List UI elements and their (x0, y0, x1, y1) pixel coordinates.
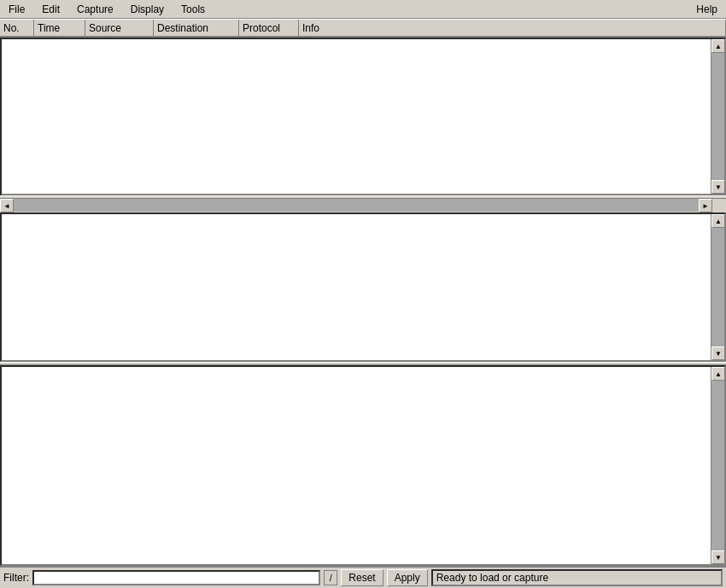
apply-button[interactable]: Apply (387, 569, 428, 586)
packet-bytes-pane[interactable]: ▲ ▼ (0, 365, 726, 566)
bytes-scroll-track-v[interactable] (711, 381, 724, 550)
col-header-no[interactable]: No. (0, 20, 34, 36)
menu-left: File Edit Capture Display Tools (3, 3, 210, 16)
packet-detail-pane[interactable]: ▲ ▼ (0, 212, 726, 362)
detail-up-arrow-icon: ▲ (715, 218, 722, 225)
menubar: File Edit Capture Display Tools Help (0, 0, 726, 19)
up-arrow-icon: ▲ (715, 43, 722, 50)
reset-button[interactable]: Reset (341, 569, 383, 586)
bytes-scroll-down-btn[interactable]: ▼ (711, 550, 725, 564)
menu-tools[interactable]: Tools (176, 3, 210, 16)
col-header-source[interactable]: Source (85, 20, 154, 36)
menu-edit[interactable]: Edit (37, 3, 65, 16)
hscroll-left-btn-list[interactable]: ◄ (0, 199, 14, 212)
status-bar: Ready to load or capture (431, 569, 723, 586)
detail-scroll-down-btn[interactable]: ▼ (711, 346, 725, 360)
col-header-protocol[interactable]: Protocol (239, 20, 299, 36)
filter-label: Filter: (3, 572, 29, 584)
detail-scroll-track-v[interactable] (711, 228, 724, 346)
detail-down-arrow-icon: ▼ (715, 350, 722, 358)
packet-bytes-scrollbar-v[interactable]: ▲ ▼ (711, 367, 724, 564)
packet-list-scrollbar-v[interactable]: ▲ ▼ (711, 39, 724, 194)
menu-capture[interactable]: Capture (72, 3, 119, 16)
bytes-up-arrow-icon: ▲ (715, 370, 722, 378)
hscroll-track-list[interactable] (14, 199, 699, 212)
packet-detail-scrollbar-v[interactable]: ▲ ▼ (711, 214, 724, 360)
column-headers: No. Time Source Destination Protocol Inf… (0, 19, 726, 38)
scroll-track-v[interactable] (711, 53, 724, 180)
filter-bar: Filter: / Reset Apply Ready to load or c… (0, 566, 726, 588)
detail-scroll-up-btn[interactable]: ▲ (711, 214, 725, 228)
main-content: ▲ ▼ ◄ ► ▲ ▼ (0, 38, 726, 566)
status-text: Ready to load or capture (436, 572, 548, 584)
scroll-up-btn[interactable]: ▲ (711, 39, 725, 53)
scroll-down-btn[interactable]: ▼ (711, 180, 725, 194)
right-arrow-icon: ► (702, 202, 709, 210)
bytes-down-arrow-icon: ▼ (715, 554, 722, 562)
menu-file[interactable]: File (3, 3, 30, 16)
filter-slash-btn[interactable]: / (324, 570, 337, 585)
col-header-info[interactable]: Info (299, 20, 726, 36)
menu-display[interactable]: Display (126, 3, 169, 16)
bytes-scroll-up-btn[interactable]: ▲ (711, 367, 725, 381)
down-arrow-icon: ▼ (715, 183, 722, 191)
hscroll-right-btn-list[interactable]: ► (699, 199, 712, 212)
menu-help-right: Help (691, 3, 723, 15)
packet-list-pane[interactable]: ▲ ▼ (0, 38, 726, 195)
col-header-destination[interactable]: Destination (154, 20, 239, 36)
col-header-time[interactable]: Time (34, 20, 85, 36)
menu-help[interactable]: Help (691, 3, 723, 16)
left-arrow-icon: ◄ (3, 202, 10, 210)
filter-input[interactable] (32, 570, 320, 585)
